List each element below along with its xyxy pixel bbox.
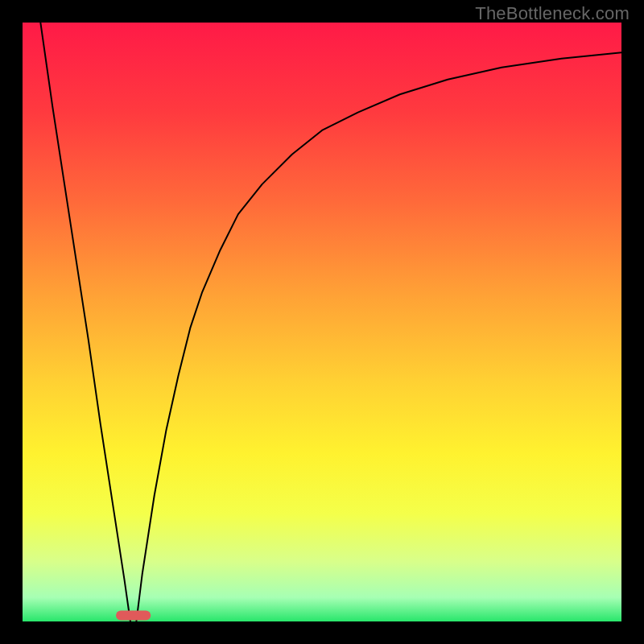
chart-curve (23, 23, 621, 621)
plot-area (23, 23, 621, 621)
watermark-text: TheBottleneck.com (475, 3, 630, 24)
chart-frame: TheBottleneck.com (0, 0, 644, 644)
